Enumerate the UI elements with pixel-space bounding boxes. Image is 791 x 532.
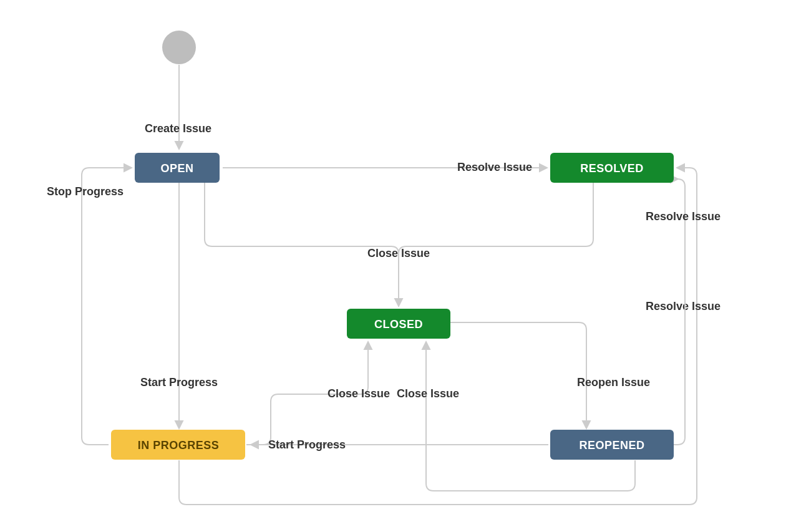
edge-close-resolved (399, 183, 593, 306)
label-start-progress-reopened: Start Progress (268, 438, 346, 451)
label-resolve-inprogress: Resolve Issue (646, 300, 721, 312)
state-in-progress: IN PROGRESS (111, 430, 245, 460)
workflow-diagram: Create Issue Resolve Issue Stop Progress… (0, 0, 791, 532)
label-create-issue: Create Issue (145, 122, 211, 135)
state-reopened: REOPENED (550, 430, 674, 460)
label-start-progress-open: Start Progress (140, 376, 218, 389)
svg-text:RESOLVED: RESOLVED (580, 162, 644, 175)
start-node (162, 31, 196, 64)
svg-text:REOPENED: REOPENED (579, 439, 644, 452)
label-reopen: Reopen Issue (577, 376, 650, 389)
state-open: OPEN (135, 153, 220, 183)
label-resolve-reopened: Resolve Issue (646, 210, 721, 223)
label-resolve-open: Resolve Issue (457, 161, 532, 173)
svg-text:OPEN: OPEN (160, 162, 193, 175)
edge-close-reopened (426, 342, 635, 491)
label-stop-progress: Stop Progress (47, 185, 124, 198)
label-close-reopened: Close Issue (397, 387, 459, 400)
label-close-ip: Close Issue (328, 387, 390, 400)
state-closed: CLOSED (347, 309, 450, 339)
svg-text:IN PROGRESS: IN PROGRESS (138, 439, 220, 452)
state-resolved: RESOLVED (550, 153, 674, 183)
svg-text:CLOSED: CLOSED (374, 318, 423, 331)
edge-reopen (450, 322, 586, 428)
edge-stop-progress (82, 168, 131, 445)
edge-close-open (205, 183, 399, 306)
